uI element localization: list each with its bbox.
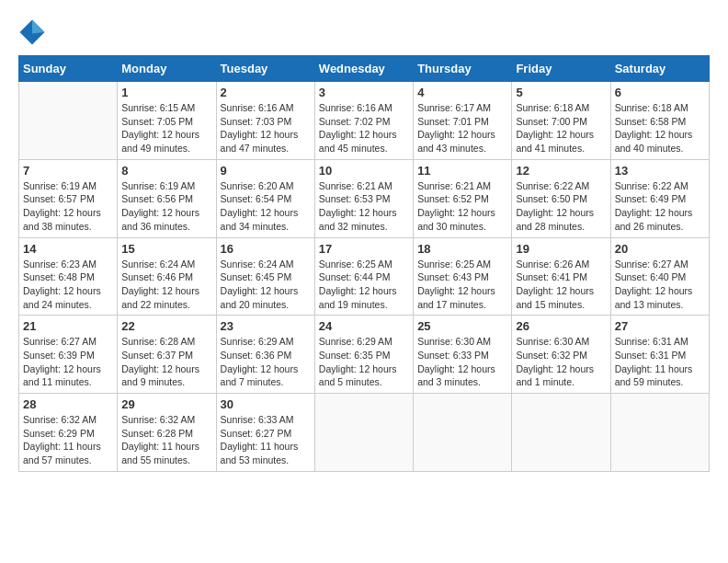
day-info: Sunrise: 6:16 AM Sunset: 7:02 PM Dayligh… bbox=[319, 101, 409, 155]
day-number: 26 bbox=[516, 319, 606, 333]
calendar-week-3: 14Sunrise: 6:23 AM Sunset: 6:48 PM Dayli… bbox=[19, 237, 710, 316]
day-info: Sunrise: 6:32 AM Sunset: 6:28 PM Dayligh… bbox=[121, 413, 211, 467]
calendar-cell bbox=[512, 394, 610, 472]
day-info: Sunrise: 6:30 AM Sunset: 6:33 PM Dayligh… bbox=[417, 335, 507, 389]
day-header-tuesday: Tuesday bbox=[216, 56, 314, 82]
logo bbox=[18, 18, 50, 46]
day-info: Sunrise: 6:30 AM Sunset: 6:32 PM Dayligh… bbox=[516, 335, 606, 389]
calendar-table: SundayMondayTuesdayWednesdayThursdayFrid… bbox=[18, 55, 710, 472]
calendar-cell: 16Sunrise: 6:24 AM Sunset: 6:45 PM Dayli… bbox=[216, 237, 314, 316]
day-number: 16 bbox=[221, 242, 311, 256]
day-number: 18 bbox=[417, 242, 507, 256]
calendar-cell bbox=[610, 394, 709, 472]
calendar-cell: 8Sunrise: 6:19 AM Sunset: 6:56 PM Daylig… bbox=[118, 159, 216, 237]
day-number: 27 bbox=[615, 319, 705, 333]
calendar-cell: 18Sunrise: 6:25 AM Sunset: 6:43 PM Dayli… bbox=[414, 237, 512, 316]
day-number: 12 bbox=[516, 164, 606, 178]
day-info: Sunrise: 6:32 AM Sunset: 6:29 PM Dayligh… bbox=[23, 413, 113, 467]
day-info: Sunrise: 6:20 AM Sunset: 6:54 PM Dayligh… bbox=[221, 179, 311, 234]
day-info: Sunrise: 6:33 AM Sunset: 6:27 PM Dayligh… bbox=[221, 413, 311, 467]
day-number: 22 bbox=[121, 319, 211, 333]
day-number: 20 bbox=[615, 242, 705, 256]
day-info: Sunrise: 6:22 AM Sunset: 6:49 PM Dayligh… bbox=[615, 179, 705, 234]
calendar-week-1: 1Sunrise: 6:15 AM Sunset: 7:05 PM Daylig… bbox=[19, 82, 710, 160]
day-info: Sunrise: 6:29 AM Sunset: 6:36 PM Dayligh… bbox=[221, 335, 311, 389]
day-header-monday: Monday bbox=[118, 56, 216, 82]
day-header-friday: Friday bbox=[512, 56, 610, 82]
calendar-cell: 9Sunrise: 6:20 AM Sunset: 6:54 PM Daylig… bbox=[216, 159, 314, 237]
day-number: 19 bbox=[516, 242, 606, 256]
calendar-cell: 5Sunrise: 6:18 AM Sunset: 7:00 PM Daylig… bbox=[512, 82, 610, 160]
calendar-cell: 28Sunrise: 6:32 AM Sunset: 6:29 PM Dayli… bbox=[19, 394, 118, 472]
day-number: 14 bbox=[23, 242, 113, 256]
calendar-cell: 24Sunrise: 6:29 AM Sunset: 6:35 PM Dayli… bbox=[314, 316, 413, 394]
calendar-cell: 19Sunrise: 6:26 AM Sunset: 6:41 PM Dayli… bbox=[512, 237, 610, 316]
calendar-cell: 25Sunrise: 6:30 AM Sunset: 6:33 PM Dayli… bbox=[414, 316, 512, 394]
day-info: Sunrise: 6:18 AM Sunset: 7:00 PM Dayligh… bbox=[516, 101, 606, 155]
day-number: 28 bbox=[23, 397, 113, 411]
calendar-cell: 30Sunrise: 6:33 AM Sunset: 6:27 PM Dayli… bbox=[216, 394, 314, 472]
day-info: Sunrise: 6:24 AM Sunset: 6:46 PM Dayligh… bbox=[121, 258, 211, 312]
day-info: Sunrise: 6:16 AM Sunset: 7:03 PM Dayligh… bbox=[221, 101, 311, 155]
calendar-cell: 3Sunrise: 6:16 AM Sunset: 7:02 PM Daylig… bbox=[314, 82, 413, 160]
calendar-cell: 6Sunrise: 6:18 AM Sunset: 6:58 PM Daylig… bbox=[610, 82, 709, 160]
day-info: Sunrise: 6:17 AM Sunset: 7:01 PM Dayligh… bbox=[417, 101, 507, 155]
day-info: Sunrise: 6:29 AM Sunset: 6:35 PM Dayligh… bbox=[319, 335, 409, 389]
calendar-cell: 11Sunrise: 6:21 AM Sunset: 6:52 PM Dayli… bbox=[414, 159, 512, 237]
day-header-saturday: Saturday bbox=[610, 56, 709, 82]
day-number: 2 bbox=[221, 86, 311, 99]
day-number: 4 bbox=[417, 86, 507, 99]
day-number: 10 bbox=[319, 164, 409, 178]
day-info: Sunrise: 6:15 AM Sunset: 7:05 PM Dayligh… bbox=[121, 101, 211, 155]
day-header-sunday: Sunday bbox=[19, 56, 118, 82]
day-info: Sunrise: 6:21 AM Sunset: 6:53 PM Dayligh… bbox=[319, 179, 409, 234]
calendar-cell bbox=[414, 394, 512, 472]
day-info: Sunrise: 6:25 AM Sunset: 6:44 PM Dayligh… bbox=[319, 258, 409, 312]
calendar-cell: 12Sunrise: 6:22 AM Sunset: 6:50 PM Dayli… bbox=[512, 159, 610, 237]
calendar-week-2: 7Sunrise: 6:19 AM Sunset: 6:57 PM Daylig… bbox=[19, 159, 710, 237]
day-number: 17 bbox=[319, 242, 409, 256]
calendar-cell: 26Sunrise: 6:30 AM Sunset: 6:32 PM Dayli… bbox=[512, 316, 610, 394]
day-number: 21 bbox=[23, 319, 113, 333]
day-number: 13 bbox=[615, 164, 705, 178]
day-info: Sunrise: 6:22 AM Sunset: 6:50 PM Dayligh… bbox=[516, 179, 606, 234]
day-number: 3 bbox=[319, 86, 409, 99]
day-info: Sunrise: 6:18 AM Sunset: 6:58 PM Dayligh… bbox=[615, 101, 705, 155]
day-header-thursday: Thursday bbox=[414, 56, 512, 82]
day-info: Sunrise: 6:23 AM Sunset: 6:48 PM Dayligh… bbox=[23, 258, 113, 312]
day-number: 11 bbox=[417, 164, 507, 178]
day-number: 25 bbox=[417, 319, 507, 333]
calendar-cell: 22Sunrise: 6:28 AM Sunset: 6:37 PM Dayli… bbox=[118, 316, 216, 394]
day-info: Sunrise: 6:27 AM Sunset: 6:40 PM Dayligh… bbox=[615, 258, 705, 312]
calendar-cell: 21Sunrise: 6:27 AM Sunset: 6:39 PM Dayli… bbox=[19, 316, 118, 394]
calendar-cell: 27Sunrise: 6:31 AM Sunset: 6:31 PM Dayli… bbox=[610, 316, 709, 394]
day-number: 9 bbox=[221, 164, 311, 178]
day-info: Sunrise: 6:19 AM Sunset: 6:56 PM Dayligh… bbox=[121, 179, 211, 234]
logo-icon bbox=[18, 18, 46, 46]
calendar-cell: 1Sunrise: 6:15 AM Sunset: 7:05 PM Daylig… bbox=[118, 82, 216, 160]
calendar-week-4: 21Sunrise: 6:27 AM Sunset: 6:39 PM Dayli… bbox=[19, 316, 710, 394]
day-number: 15 bbox=[121, 242, 211, 256]
calendar-cell: 20Sunrise: 6:27 AM Sunset: 6:40 PM Dayli… bbox=[610, 237, 709, 316]
calendar-cell: 10Sunrise: 6:21 AM Sunset: 6:53 PM Dayli… bbox=[314, 159, 413, 237]
day-number: 23 bbox=[221, 319, 311, 333]
calendar-cell: 14Sunrise: 6:23 AM Sunset: 6:48 PM Dayli… bbox=[19, 237, 118, 316]
calendar-cell: 23Sunrise: 6:29 AM Sunset: 6:36 PM Dayli… bbox=[216, 316, 314, 394]
calendar-cell: 29Sunrise: 6:32 AM Sunset: 6:28 PM Dayli… bbox=[118, 394, 216, 472]
day-info: Sunrise: 6:27 AM Sunset: 6:39 PM Dayligh… bbox=[23, 335, 113, 389]
day-info: Sunrise: 6:19 AM Sunset: 6:57 PM Dayligh… bbox=[23, 179, 113, 234]
day-number: 30 bbox=[221, 397, 311, 411]
day-number: 6 bbox=[615, 86, 705, 99]
calendar-cell: 15Sunrise: 6:24 AM Sunset: 6:46 PM Dayli… bbox=[118, 237, 216, 316]
day-number: 7 bbox=[23, 164, 113, 178]
day-number: 1 bbox=[121, 86, 211, 99]
page-header bbox=[18, 18, 710, 46]
day-info: Sunrise: 6:21 AM Sunset: 6:52 PM Dayligh… bbox=[417, 179, 507, 234]
calendar-cell bbox=[19, 82, 118, 160]
calendar-cell: 17Sunrise: 6:25 AM Sunset: 6:44 PM Dayli… bbox=[314, 237, 413, 316]
calendar-week-5: 28Sunrise: 6:32 AM Sunset: 6:29 PM Dayli… bbox=[19, 394, 710, 472]
calendar-cell: 13Sunrise: 6:22 AM Sunset: 6:49 PM Dayli… bbox=[610, 159, 709, 237]
day-info: Sunrise: 6:25 AM Sunset: 6:43 PM Dayligh… bbox=[417, 258, 507, 312]
day-info: Sunrise: 6:31 AM Sunset: 6:31 PM Dayligh… bbox=[615, 335, 705, 389]
day-number: 24 bbox=[319, 319, 409, 333]
